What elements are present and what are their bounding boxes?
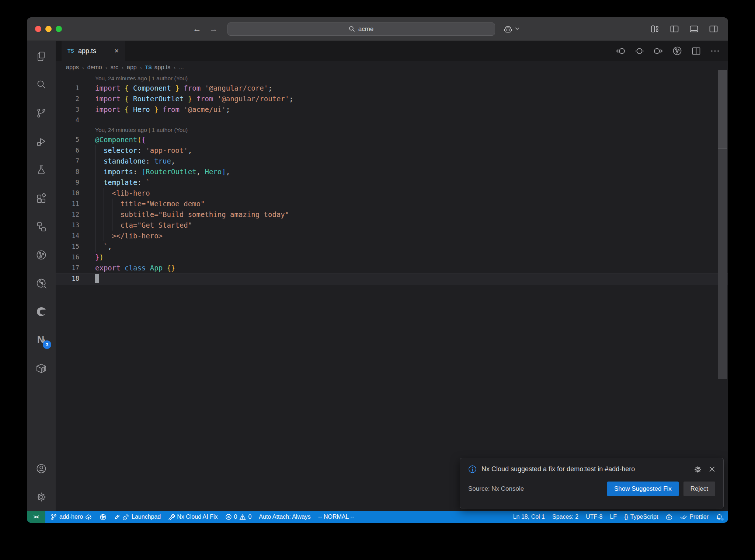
line-number: 9: [56, 177, 79, 188]
sidebar-item-run-debug[interactable]: [27, 127, 56, 155]
nav-back-icon[interactable]: ←: [193, 24, 201, 34]
code-text: template: `: [95, 177, 150, 188]
breadcrumb-item[interactable]: apps: [66, 64, 79, 71]
accounts-button[interactable]: [27, 454, 56, 483]
code-line-18[interactable]: 18: [56, 273, 728, 284]
more-actions-icon[interactable]: [710, 46, 720, 56]
code-line-12[interactable]: 12 subtitle="Build something amazing tod…: [56, 209, 728, 220]
sidebar-item-containers[interactable]: [27, 354, 56, 382]
scrollbar-track-decorations[interactable]: [718, 148, 727, 379]
encoding-status-item[interactable]: UTF-8: [586, 514, 602, 520]
eol-status-item[interactable]: LF: [610, 514, 617, 520]
scrollbar-thumb[interactable]: [718, 70, 727, 148]
sidebar-item-edge-tools[interactable]: [27, 297, 56, 326]
tab-app-ts[interactable]: TS app.ts ✕: [62, 41, 125, 61]
vscode-window: ← → acme: [27, 17, 728, 523]
code-line-15[interactable]: 15 `,: [56, 241, 728, 252]
zoom-button[interactable]: [56, 26, 62, 32]
code-line-1[interactable]: 1import { Component } from '@angular/cor…: [56, 83, 728, 94]
code-line-8[interactable]: 8 imports: [RouterOutlet, Hero],: [56, 167, 728, 177]
nav-forward-icon[interactable]: →: [209, 24, 218, 34]
search-icon: [349, 26, 355, 32]
sidebar-item-testing[interactable]: [27, 155, 56, 184]
code-line-17[interactable]: 17export class App {}: [56, 263, 728, 273]
code-line-16[interactable]: 16}): [56, 252, 728, 263]
blame-annotation: You, 24 minutes ago | 1 author (You): [56, 74, 728, 83]
code-line-5[interactable]: 5@Component({: [56, 134, 728, 145]
nav-current-circle-icon[interactable]: [634, 46, 644, 56]
breadcrumb-file[interactable]: TSapp.ts: [145, 64, 170, 71]
code-line-9[interactable]: 9 template: `: [56, 177, 728, 188]
vim-mode-status-item[interactable]: -- NORMAL --: [318, 514, 354, 520]
formatter-status-item[interactable]: Prettier: [680, 514, 709, 520]
nx-badge: 3: [43, 340, 51, 349]
double-check-icon: [680, 514, 687, 520]
copilot-menu[interactable]: [503, 24, 519, 34]
customize-layout-icon[interactable]: [650, 24, 660, 34]
copilot-status-item[interactable]: [665, 513, 673, 521]
code-line-11[interactable]: 11 title="Welcmoe demo": [56, 199, 728, 209]
sidebar-item-nx-console[interactable]: N› 3: [27, 326, 56, 354]
toggle-secondary-sidebar-icon[interactable]: [709, 24, 719, 34]
show-suggested-fix-button[interactable]: Show Suggested Fix: [607, 482, 679, 496]
breadcrumb-item[interactable]: demo: [87, 64, 102, 71]
code-line-2[interactable]: 2import { RouterOutlet } from '@angular/…: [56, 94, 728, 104]
cursor-position-status-item[interactable]: Ln 18, Col 1: [513, 514, 545, 520]
code-line-7[interactable]: 7 standalone: true,: [56, 156, 728, 167]
line-number: 8: [56, 167, 79, 177]
sidebar-item-extensions[interactable]: [27, 184, 56, 212]
line-number: 7: [56, 156, 79, 167]
breadcrumb-item[interactable]: app: [127, 64, 137, 71]
reject-button[interactable]: Reject: [683, 482, 715, 496]
breadcrumb-overflow[interactable]: ...: [179, 64, 184, 71]
sidebar-item-explorer[interactable]: [27, 42, 56, 70]
nx-cloud-fix-status-item[interactable]: Nx Cloud AI Fix: [168, 514, 218, 520]
code-line-14[interactable]: 14 ></lib-hero>: [56, 231, 728, 241]
tab-close-icon[interactable]: ✕: [114, 48, 119, 55]
settings-button[interactable]: [27, 483, 56, 511]
braces-icon: {}: [624, 514, 628, 520]
indentation-status-item[interactable]: Spaces: 2: [552, 514, 578, 520]
line-number: 4: [56, 115, 79, 126]
notifications-bell[interactable]: [716, 514, 723, 521]
error-icon: [225, 514, 232, 520]
breadcrumb-separator-icon: ›: [82, 64, 84, 71]
line-number: 17: [56, 263, 79, 273]
typescript-file-icon: TS: [67, 48, 74, 54]
code-line-13[interactable]: 13 cta="Get Started": [56, 220, 728, 231]
sidebar-item-search[interactable]: [27, 70, 56, 99]
close-icon[interactable]: [709, 466, 715, 472]
line-number: 2: [56, 94, 79, 104]
commit-graph-status-item[interactable]: [100, 514, 107, 521]
problems-status-item[interactable]: 0 0: [225, 514, 252, 520]
line-number: 6: [56, 145, 79, 156]
sidebar-item-hierarchy[interactable]: [27, 212, 56, 241]
editor[interactable]: You, 24 minutes ago | 1 author (You)1imp…: [56, 74, 728, 511]
sidebar-item-commit-graph[interactable]: [27, 241, 56, 269]
toggle-sidebar-icon[interactable]: [669, 24, 679, 34]
code-line-10[interactable]: 10 <lib-hero: [56, 188, 728, 199]
tab-label: app.ts: [78, 47, 96, 55]
launchpad-status-item[interactable]: Launchpad: [114, 514, 161, 520]
language-status-item[interactable]: {} TypeScript: [624, 514, 658, 520]
remote-indicator[interactable]: ><: [27, 511, 45, 523]
nav-back-circle-icon[interactable]: [616, 46, 626, 56]
notification-settings-gear-icon[interactable]: [694, 466, 702, 473]
nav-forward-circle-icon[interactable]: [653, 46, 663, 56]
blame-text: You, 24 minutes ago | 1 author (You): [95, 126, 188, 134]
auto-attach-status-item[interactable]: Auto Attach: Always: [259, 514, 311, 520]
split-editor-icon[interactable]: [691, 46, 701, 56]
code-line-6[interactable]: 6 selector: 'app-root',: [56, 145, 728, 156]
toggle-panel-icon[interactable]: [689, 24, 699, 34]
command-center-search[interactable]: acme: [227, 22, 495, 36]
sidebar-item-source-control[interactable]: [27, 99, 56, 127]
code-line-4[interactable]: 4: [56, 115, 728, 126]
close-button[interactable]: [35, 26, 41, 32]
sidebar-item-gitlens-inspect[interactable]: [27, 269, 56, 297]
code-line-3[interactable]: 3import { Hero } from '@acme/ui';: [56, 104, 728, 115]
breadcrumb-item[interactable]: src: [111, 64, 118, 71]
minimize-button[interactable]: [45, 26, 52, 32]
line-number: 1: [56, 83, 79, 94]
branch-status-item[interactable]: add-hero: [51, 514, 92, 520]
commit-graph-circled-icon[interactable]: [672, 46, 682, 56]
